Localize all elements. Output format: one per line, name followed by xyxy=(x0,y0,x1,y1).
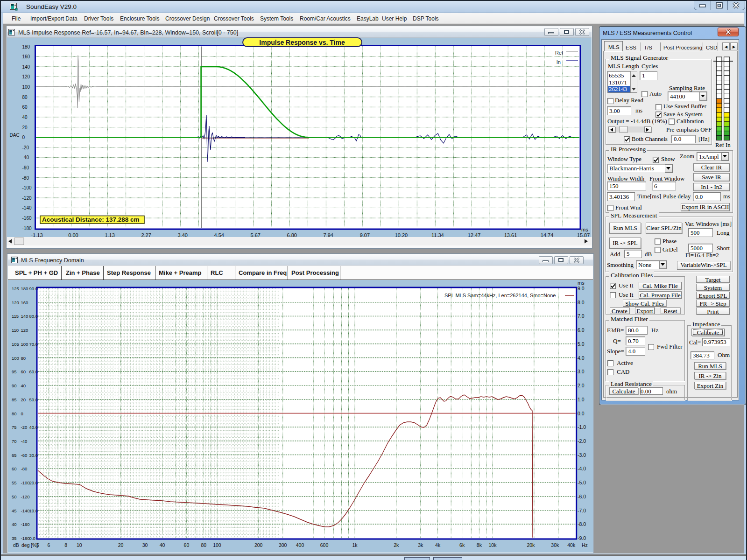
svg-text:75: 75 xyxy=(12,425,17,430)
svg-text:-160: -160 xyxy=(22,216,32,221)
svg-text:95: 95 xyxy=(12,369,17,374)
svg-text:85: 85 xyxy=(12,397,17,402)
svg-text:60.0: 60.0 xyxy=(29,369,38,374)
svg-text:100: 100 xyxy=(213,542,221,548)
svg-text:160: 160 xyxy=(22,54,30,59)
svg-text:8.0: 8.0 xyxy=(578,300,585,305)
svg-text:6.0: 6.0 xyxy=(578,327,585,333)
svg-text:30: 30 xyxy=(142,542,148,548)
svg-text:-40: -40 xyxy=(22,155,29,160)
svg-text:-3.0: -3.0 xyxy=(578,452,586,458)
svg-text:140: 140 xyxy=(22,64,30,70)
svg-text:10k: 10k xyxy=(489,542,497,548)
svg-text:40: 40 xyxy=(22,115,28,120)
svg-text:2k: 2k xyxy=(394,542,399,548)
svg-text:3.0: 3.0 xyxy=(578,369,585,374)
svg-text:-2.0: -2.0 xyxy=(578,438,586,444)
svg-text:35: 35 xyxy=(12,536,17,541)
svg-text:-20: -20 xyxy=(21,425,28,430)
svg-text:50.0: 50.0 xyxy=(29,397,38,402)
svg-text:ms: ms xyxy=(578,280,585,286)
svg-text:-80: -80 xyxy=(21,466,28,471)
svg-text:65: 65 xyxy=(12,453,17,458)
svg-text:-8.0: -8.0 xyxy=(578,521,586,527)
svg-text:-120: -120 xyxy=(22,196,32,201)
svg-text:10.0: 10.0 xyxy=(29,508,38,513)
svg-text:120: 120 xyxy=(12,300,19,305)
svg-text:-100: -100 xyxy=(21,480,30,485)
svg-text:6: 6 xyxy=(47,542,50,548)
svg-text:DAC: DAC xyxy=(10,133,20,138)
svg-text:0: 0 xyxy=(21,411,23,416)
svg-text:6k: 6k xyxy=(459,542,465,548)
svg-text:SPL MLS Sam=44kHz, Len=262144,: SPL MLS Sam=44kHz, Len=262144, Smo=None xyxy=(444,293,556,298)
svg-text:-160: -160 xyxy=(21,522,30,527)
svg-text:120: 120 xyxy=(22,74,30,79)
svg-text:30k: 30k xyxy=(551,542,559,548)
svg-text:80: 80 xyxy=(201,542,206,548)
svg-text:-60: -60 xyxy=(22,165,29,170)
svg-text:180: 180 xyxy=(21,286,28,291)
svg-text:10: 10 xyxy=(77,542,82,548)
svg-text:Hz: Hz xyxy=(582,542,588,548)
svg-text:60: 60 xyxy=(12,466,17,471)
svg-text:80: 80 xyxy=(21,356,26,361)
svg-text:60: 60 xyxy=(21,369,26,374)
svg-text:Ref: Ref xyxy=(555,50,564,56)
svg-text:180: 180 xyxy=(22,44,30,49)
svg-text:80: 80 xyxy=(22,95,28,100)
svg-text:300: 300 xyxy=(279,542,287,548)
svg-text:110: 110 xyxy=(12,328,19,333)
svg-text:5.0: 5.0 xyxy=(578,341,585,347)
svg-text:115: 115 xyxy=(12,314,19,319)
svg-text:0.0: 0.0 xyxy=(29,536,35,541)
svg-text:-180: -180 xyxy=(22,226,32,231)
svg-text:4.0: 4.0 xyxy=(578,355,585,361)
svg-text:80.0: 80.0 xyxy=(29,314,38,319)
svg-text:-60: -60 xyxy=(21,453,28,458)
svg-text:-80: -80 xyxy=(22,175,29,181)
svg-text:2.0: 2.0 xyxy=(578,383,585,388)
svg-text:9.0: 9.0 xyxy=(578,286,585,291)
svg-text:40k: 40k xyxy=(567,542,576,548)
svg-text:90.0: 90.0 xyxy=(29,286,38,291)
svg-text:3k: 3k xyxy=(418,542,423,548)
svg-text:140: 140 xyxy=(21,314,28,319)
svg-text:8: 8 xyxy=(64,542,67,548)
svg-text:400: 400 xyxy=(296,542,304,548)
svg-text:20: 20 xyxy=(118,542,124,548)
svg-text:-7.0: -7.0 xyxy=(578,508,586,513)
svg-text:100: 100 xyxy=(21,342,28,347)
svg-text:30.0: 30.0 xyxy=(29,453,38,458)
svg-text:1.0: 1.0 xyxy=(578,397,585,402)
svg-text:80: 80 xyxy=(12,411,17,416)
svg-text:100: 100 xyxy=(12,356,19,361)
svg-text:deg: deg xyxy=(21,542,30,548)
svg-text:Impulse Response vs. Time: Impulse Response vs. Time xyxy=(259,39,345,46)
svg-text:55: 55 xyxy=(12,480,17,485)
svg-text:20k: 20k xyxy=(527,542,535,548)
svg-text:-40: -40 xyxy=(21,439,28,444)
svg-text:8k: 8k xyxy=(477,542,482,548)
svg-text:-9.0: -9.0 xyxy=(578,535,586,541)
svg-text:ms: ms xyxy=(581,227,588,232)
svg-text:125: 125 xyxy=(12,286,19,291)
svg-text:Acoustical Distance: 137.288 c: Acoustical Distance: 137.288 cm xyxy=(42,216,140,223)
svg-text:-20: -20 xyxy=(22,145,29,150)
svg-text:20: 20 xyxy=(22,125,28,130)
svg-text:-4.0: -4.0 xyxy=(578,466,586,471)
svg-text:40: 40 xyxy=(12,522,17,527)
svg-text:105: 105 xyxy=(12,342,19,347)
svg-text:In: In xyxy=(557,59,561,65)
svg-text:45: 45 xyxy=(12,508,17,513)
svg-text:1k: 1k xyxy=(352,542,358,548)
svg-text:70.0: 70.0 xyxy=(29,342,38,347)
svg-text:60: 60 xyxy=(22,105,28,110)
svg-text:0: 0 xyxy=(22,135,25,140)
svg-text:dB: dB xyxy=(13,542,19,548)
svg-text:40.0: 40.0 xyxy=(29,425,38,430)
svg-text:-140: -140 xyxy=(22,205,32,210)
svg-text:5: 5 xyxy=(36,542,39,548)
svg-text:40: 40 xyxy=(21,383,26,388)
svg-text:-5.0: -5.0 xyxy=(578,480,586,485)
